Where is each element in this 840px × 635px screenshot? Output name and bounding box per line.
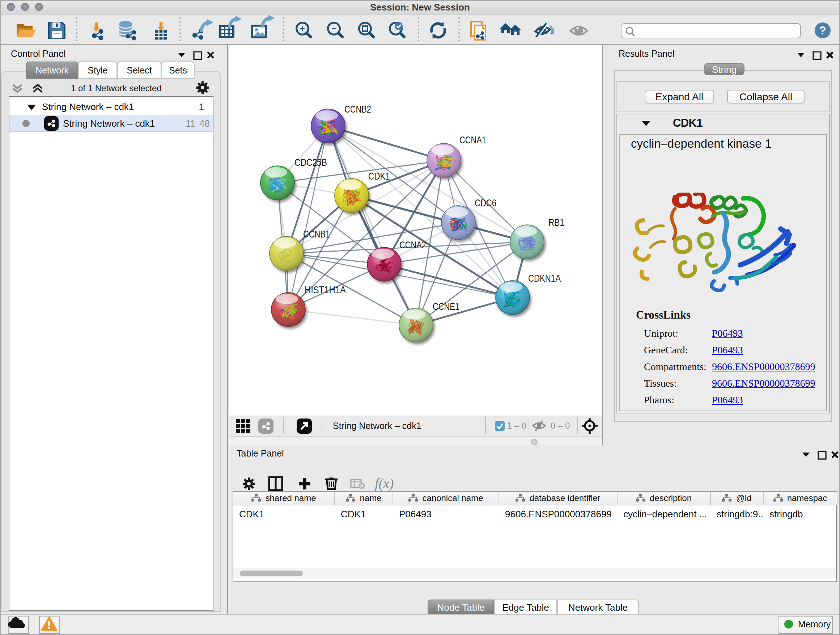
svg-text:CCNA1: CCNA1 xyxy=(459,134,486,146)
svg-text:CCNE1: CCNE1 xyxy=(433,301,459,312)
svg-text:1 – 0: 1 – 0 xyxy=(507,421,526,431)
svg-text:CDC25B: CDC25B xyxy=(294,157,327,168)
svg-text:CDK1: CDK1 xyxy=(368,171,390,182)
svg-text:Memory: Memory xyxy=(798,619,831,629)
svg-text:CDC6: CDC6 xyxy=(475,197,496,209)
svg-text:CCNA2: CCNA2 xyxy=(399,239,426,250)
svg-text:RB1: RB1 xyxy=(548,217,564,228)
svg-text:CCNB2: CCNB2 xyxy=(344,103,371,115)
svg-text:f(x): f(x) xyxy=(375,476,394,491)
svg-text:String Network – cdk1: String Network – cdk1 xyxy=(333,421,422,431)
svg-text:?: ? xyxy=(819,24,826,37)
svg-text:0 – 0: 0 – 0 xyxy=(551,421,570,431)
svg-text:HIST1H1A: HIST1H1A xyxy=(305,284,346,295)
svg-text:CDKN1A: CDKN1A xyxy=(528,272,561,284)
svg-text:CCNB1: CCNB1 xyxy=(303,228,330,240)
